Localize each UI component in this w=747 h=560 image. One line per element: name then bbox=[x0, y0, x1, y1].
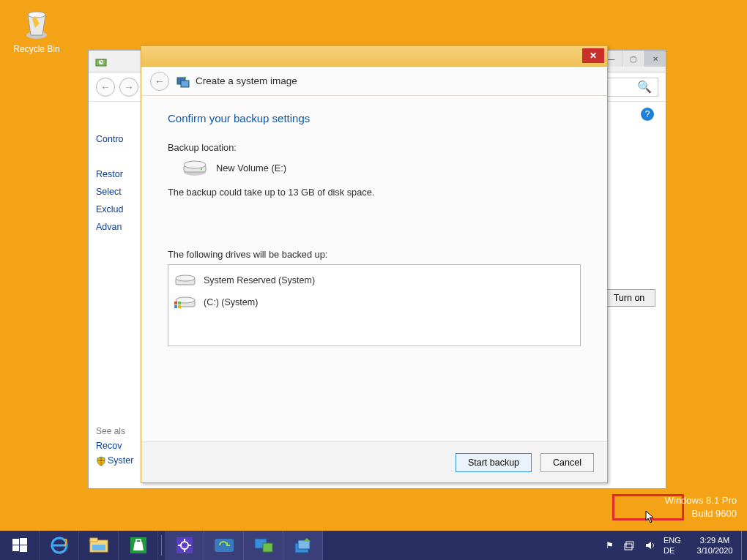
mouse-cursor-icon bbox=[645, 510, 657, 525]
svg-rect-16 bbox=[178, 302, 181, 305]
file-explorer-icon bbox=[89, 537, 108, 553]
desktop-icon-recycle-bin[interactable]: Recycle Bin bbox=[9, 6, 64, 54]
svg-point-1 bbox=[28, 12, 45, 18]
see-also-link[interactable]: Recov bbox=[96, 441, 133, 451]
sidebar-item[interactable]: Exclud bbox=[96, 204, 138, 214]
backup-location-value: New Volume (E:) bbox=[216, 163, 286, 173]
taskbar-app-settings[interactable] bbox=[165, 531, 204, 560]
hard-drive-icon bbox=[174, 272, 196, 288]
svg-rect-18 bbox=[178, 305, 181, 308]
hard-drive-icon bbox=[182, 159, 207, 176]
tray-volume-icon[interactable] bbox=[643, 531, 658, 560]
taskbar-app-transfer[interactable] bbox=[204, 531, 244, 560]
taskbar-app-store[interactable] bbox=[119, 531, 158, 560]
tray-network-icon[interactable] bbox=[622, 531, 637, 560]
recycle-bin-icon bbox=[19, 6, 54, 41]
watermark-line2: Build 9600 bbox=[665, 507, 737, 520]
svg-point-11 bbox=[176, 275, 195, 281]
backup-location-label: Backup location: bbox=[168, 142, 581, 153]
start-backup-button[interactable]: Start backup bbox=[456, 453, 532, 472]
taskbar-app-control-panel[interactable] bbox=[244, 531, 283, 560]
taskbar-app-explorer[interactable] bbox=[79, 531, 119, 560]
windows-logo-icon bbox=[11, 537, 29, 554]
backup-icon bbox=[292, 536, 314, 555]
svg-rect-26 bbox=[92, 545, 105, 550]
desktop-icon-label: Recycle Bin bbox=[9, 44, 64, 54]
show-desktop-button[interactable] bbox=[741, 531, 747, 560]
svg-rect-22 bbox=[20, 545, 27, 552]
bg-maximize-button[interactable]: ▢ bbox=[622, 51, 644, 67]
turn-on-button[interactable]: Turn on bbox=[603, 289, 655, 307]
taskbar-clock[interactable]: 3:29 AM 3/10/2020 bbox=[691, 535, 738, 556]
search-icon: 🔍 bbox=[637, 80, 652, 94]
bg-title-icon bbox=[94, 55, 108, 68]
shield-icon bbox=[96, 456, 106, 466]
drives-label: The following drives will be backed up: bbox=[168, 249, 581, 260]
create-system-image-wizard: ✕ ← Create a system image Confirm your b… bbox=[141, 45, 608, 483]
disk-space-note: The backup could take up to 13 GB of dis… bbox=[168, 187, 581, 198]
store-icon bbox=[129, 536, 148, 555]
sidebar-item[interactable]: Advan bbox=[96, 222, 138, 232]
svg-rect-33 bbox=[263, 543, 272, 552]
see-also-link[interactable]: Syster bbox=[96, 455, 133, 466]
taskbar-app-ie[interactable] bbox=[40, 531, 79, 560]
svg-rect-17 bbox=[174, 305, 177, 308]
wizard-content: Confirm your backup settings Backup loca… bbox=[141, 96, 607, 346]
svg-point-9 bbox=[201, 168, 202, 170]
svg-point-8 bbox=[184, 161, 206, 168]
sync-icon bbox=[213, 536, 235, 555]
bg-sidebar: Contro Restor Select Exclud Advan See al… bbox=[89, 102, 138, 488]
lang-line2: DE bbox=[664, 545, 688, 556]
gear-icon bbox=[175, 536, 194, 555]
taskbar: ⚑ ENG DE 3:29 AM 3/10/2020 bbox=[0, 531, 747, 560]
drive-item-label: System Reserved (System) bbox=[204, 275, 315, 285]
wizard-footer: Start backup Cancel bbox=[141, 441, 607, 482]
wizard-back-button[interactable]: ← bbox=[150, 72, 169, 91]
svg-rect-19 bbox=[12, 539, 19, 545]
drive-item: System Reserved (System) bbox=[174, 269, 574, 291]
wizard-close-button[interactable]: ✕ bbox=[582, 48, 604, 63]
sidebar-item[interactable]: Select bbox=[96, 187, 138, 197]
lang-line1: ENG bbox=[664, 535, 688, 545]
svg-rect-20 bbox=[20, 538, 27, 545]
watermark-line1: Windows 8.1 Pro bbox=[665, 494, 737, 507]
sidebar-item[interactable]: Restor bbox=[96, 169, 138, 179]
svg-rect-21 bbox=[12, 545, 19, 551]
bg-nav-forward-button[interactable]: → bbox=[119, 78, 138, 97]
tray-flag-icon[interactable]: ⚑ bbox=[602, 531, 617, 560]
bg-close-button[interactable]: ✕ bbox=[644, 51, 666, 67]
drive-list: System Reserved (System) (C:) (System) bbox=[168, 264, 581, 346]
see-also-header: See als bbox=[96, 426, 133, 436]
svg-rect-5 bbox=[181, 81, 189, 87]
svg-rect-25 bbox=[90, 538, 97, 542]
drive-item: (C:) (System) bbox=[174, 291, 574, 313]
svg-rect-15 bbox=[174, 302, 177, 305]
system-drive-icon bbox=[174, 294, 196, 310]
ie-icon bbox=[50, 536, 69, 555]
svg-rect-31 bbox=[215, 539, 234, 552]
cancel-button[interactable]: Cancel bbox=[540, 453, 594, 472]
language-indicator[interactable]: ENG DE bbox=[664, 535, 688, 556]
sidebar-item[interactable]: Contro bbox=[96, 134, 138, 144]
wizard-title: Create a system image bbox=[196, 75, 297, 86]
bg-nav-back-button[interactable]: ← bbox=[96, 78, 115, 97]
drive-item-label: (C:) (System) bbox=[204, 297, 258, 307]
windows-watermark: Windows 8.1 Pro Build 9600 bbox=[665, 494, 737, 520]
control-panel-icon bbox=[253, 536, 275, 555]
wizard-header: ← Create a system image bbox=[141, 67, 607, 96]
taskbar-app-backup[interactable] bbox=[283, 531, 323, 560]
clock-time: 3:29 AM bbox=[691, 535, 738, 545]
start-button[interactable] bbox=[0, 531, 40, 560]
clock-date: 3/10/2020 bbox=[691, 545, 738, 556]
wizard-heading: Confirm your backup settings bbox=[168, 112, 581, 124]
wizard-titlebar[interactable]: ✕ bbox=[141, 46, 607, 67]
system-image-icon bbox=[176, 75, 190, 88]
